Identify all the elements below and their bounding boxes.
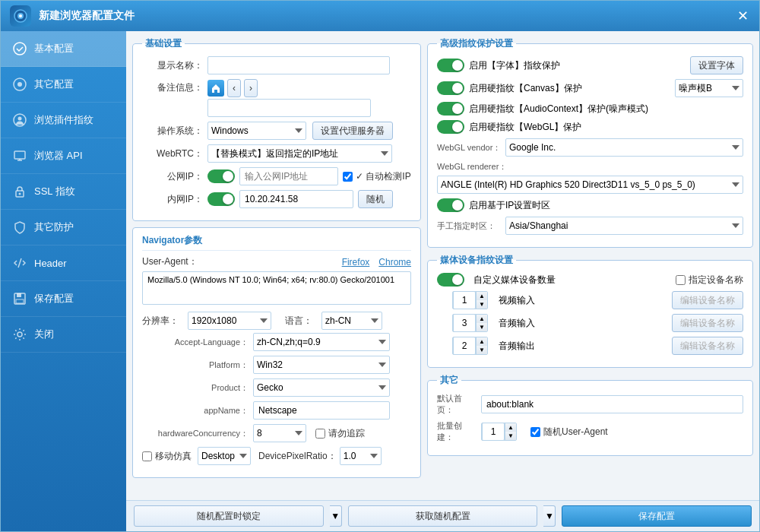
random-ua-label[interactable]: 随机User-Agent	[530, 426, 608, 439]
font-protect-toggle[interactable]	[437, 59, 464, 72]
platform-select[interactable]: Win32	[253, 356, 390, 374]
appname-label: appName：	[142, 405, 249, 416]
batch-count-input[interactable]	[482, 423, 505, 441]
custom-count-toggle[interactable]	[437, 273, 464, 287]
hw-concurrency-select[interactable]: 8	[253, 424, 306, 442]
webgl-renderer-select[interactable]: ANGLE (Intel(R) HD Graphics 520 Direct3D…	[437, 176, 743, 194]
display-name-input[interactable]	[207, 56, 390, 74]
timezone-row: 启用基于IP设置时区	[437, 198, 743, 212]
no-track-checkbox[interactable]	[315, 429, 325, 439]
notes-label: 备注信息：	[142, 81, 203, 94]
sidebar-item-ssl[interactable]: SSL 指纹	[1, 174, 126, 210]
device-select[interactable]: Desktop	[198, 447, 251, 465]
close-button[interactable]: ✕	[735, 8, 750, 24]
sidebar-item-api[interactable]: 浏览器 API	[1, 138, 126, 174]
audio-input-edit-btn[interactable]: 编辑设备名称	[672, 314, 743, 332]
batch-count-down[interactable]: ▼	[505, 432, 516, 440]
video-edit-btn[interactable]: 编辑设备名称	[672, 291, 743, 309]
accept-lang-select[interactable]: zh-CN,zh;q=0.9	[253, 333, 390, 351]
sidebar-item-header[interactable]: Header	[1, 245, 126, 281]
audio-output-edit-btn[interactable]: 编辑设备名称	[672, 337, 743, 355]
advanced-fingerprint-section: 高级指纹保护设置 启用【字体】指纹保护 设置字体	[427, 37, 753, 248]
sidebar-item-other[interactable]: 其它配置	[1, 67, 126, 103]
firefox-link[interactable]: Firefox	[342, 257, 370, 268]
resolution-select[interactable]: 1920x1080	[188, 312, 271, 330]
webgl-vendor-select[interactable]: Google Inc.	[505, 138, 743, 157]
specify-name-checkbox[interactable]	[676, 275, 686, 285]
audio-output-count[interactable]	[453, 337, 476, 355]
title-bar: 新建浏览器配置文件 ✕	[1, 1, 759, 31]
batch-count-up[interactable]: ▲	[505, 423, 516, 432]
random-ua-checkbox[interactable]	[530, 427, 540, 437]
save-config-btn[interactable]: 保存配置	[562, 505, 752, 527]
specify-name-label[interactable]: 指定设备名称	[676, 274, 743, 287]
public-ip-input[interactable]	[239, 167, 338, 185]
webgl-protect-toggle[interactable]	[437, 120, 464, 134]
media-header-row: 自定义媒体设备数量 指定设备名称	[437, 273, 743, 287]
sidebar-label-save: 保存配置	[34, 292, 74, 306]
language-select[interactable]: zh-CN	[321, 312, 382, 330]
video-input-row: ▲ ▼ 视频输入 编辑设备名称	[452, 291, 743, 309]
notes-input[interactable]	[207, 99, 371, 117]
homepage-input[interactable]: about:blank	[481, 395, 743, 413]
video-count-input[interactable]	[453, 291, 476, 309]
noise-mode-select[interactable]: 噪声模B	[675, 79, 743, 97]
mobile-sim-label[interactable]: 移动仿真	[142, 450, 192, 463]
public-ip-controls: ✓ 自动检测IP	[207, 167, 411, 185]
notes-prev-btn[interactable]: ‹	[227, 79, 241, 97]
get-random-btn[interactable]: 获取随机配置	[348, 505, 538, 527]
canvas-protect-toggle[interactable]	[437, 81, 464, 95]
local-ip-controls: 10.20.241.58 随机	[207, 190, 393, 208]
sidebar-item-save[interactable]: 保存配置	[1, 281, 126, 317]
audio-input-down[interactable]: ▼	[477, 323, 487, 331]
audio-output-up[interactable]: ▲	[477, 337, 487, 346]
audio-output-down[interactable]: ▼	[477, 346, 487, 354]
public-ip-toggle[interactable]	[207, 169, 235, 183]
random-lock-dropdown[interactable]: ▼	[330, 505, 342, 527]
sidebar-item-plugin[interactable]: 浏览插件指纹	[1, 103, 126, 138]
local-ip-toggle[interactable]	[207, 192, 235, 206]
notes-next-btn[interactable]: ›	[244, 79, 258, 97]
timezone-toggle[interactable]	[437, 198, 464, 212]
audio-input-count[interactable]	[453, 314, 476, 332]
video-count-down[interactable]: ▼	[477, 300, 487, 309]
webgl-renderer-row: WebGL renderer： ANGLE (Intel(R) HD Graph…	[437, 161, 743, 194]
auto-detect-checkbox[interactable]	[343, 172, 353, 182]
chrome-link[interactable]: Chrome	[378, 257, 411, 268]
os-select[interactable]: Windows	[207, 122, 306, 140]
random-ip-btn[interactable]: 随机	[358, 190, 393, 208]
res-lang-row: 分辨率： 1920x1080 语言： zh-CN	[142, 312, 411, 330]
navigator-section: Navigator参数 User-Agent： Firefox Chrome M…	[132, 227, 421, 478]
audio-output-spinner: ▲ ▼	[452, 337, 488, 355]
audio-output-row: ▲ ▼ 音频输出 编辑设备名称	[452, 337, 743, 355]
product-select[interactable]: Gecko	[253, 378, 390, 397]
font-btn[interactable]: 设置字体	[690, 56, 743, 74]
notes-home-icon	[207, 80, 224, 97]
audio-protect-toggle[interactable]	[437, 102, 464, 116]
video-count-up[interactable]: ▲	[477, 292, 487, 300]
local-ip-input[interactable]: 10.20.241.58	[239, 190, 353, 208]
random-lock-btn[interactable]: 随机配置时锁定	[134, 505, 324, 527]
appname-input[interactable]: Netscape	[253, 401, 390, 420]
sidebar-item-close[interactable]: 关闭	[1, 317, 126, 353]
mobile-sim-checkbox[interactable]	[142, 451, 152, 461]
app-icon	[10, 5, 31, 27]
video-input-label: 视频输入	[499, 294, 667, 307]
gear-icon	[11, 326, 28, 343]
sidebar-item-defense[interactable]: 其它防护	[1, 210, 126, 245]
audio-input-up[interactable]: ▲	[477, 315, 487, 323]
webrtc-select[interactable]: 【替换模式】返回指定的IP地址	[207, 144, 392, 163]
settings-circle-icon	[11, 76, 28, 93]
ua-textarea[interactable]: Mozilla/5.0 (Windows NT 10.0; Win64; x64…	[142, 271, 411, 305]
canvas-protect-row: 启用硬指纹【Canvas】保护 噪声模B	[437, 79, 743, 97]
manual-timezone-select[interactable]: Asia/Shanghai	[505, 217, 743, 235]
sidebar-item-basic[interactable]: 基本配置	[1, 31, 126, 67]
sidebar-label-close: 关闭	[34, 328, 54, 341]
get-random-dropdown[interactable]: ▼	[543, 505, 556, 527]
dpr-select[interactable]: 1.0	[340, 447, 382, 465]
webgl-renderer-label: WebGL renderer：	[437, 161, 507, 173]
auto-detect-label[interactable]: ✓ 自动检测IP	[343, 170, 411, 183]
webgl-protect-label: 启用硬指纹【WebGL】保护	[469, 121, 581, 134]
proxy-btn[interactable]: 设置代理服务器	[312, 122, 393, 140]
no-track-label[interactable]: 请勿追踪	[315, 427, 365, 440]
